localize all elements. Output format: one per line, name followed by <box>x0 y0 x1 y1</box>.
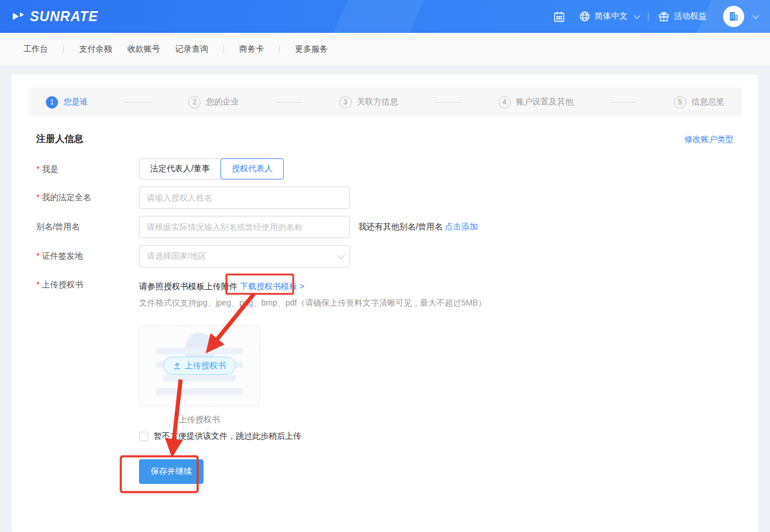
page: SUNRATE 简体中文 <box>0 0 770 532</box>
app-header: SUNRATE 简体中文 <box>0 0 770 33</box>
triangle-icon <box>13 13 19 20</box>
field-label-text: 我的法定全名 <box>42 192 91 202</box>
nav-item-records[interactable]: 记录查询 <box>175 44 208 55</box>
step-connector <box>610 102 637 103</box>
step-number: 2 <box>188 96 201 109</box>
step-4-account-settings[interactable]: 4 账户设置及其他 <box>498 96 574 109</box>
required-mark: * <box>36 280 39 289</box>
field-label-issuing-place: *证件签发地 <box>28 245 139 267</box>
nav-item-payment-balance[interactable]: 支付余额 <box>79 44 112 55</box>
upload-dropzone[interactable]: 上传授权书 <box>139 325 260 406</box>
header-decor-stripe <box>330 0 427 33</box>
step-connector <box>125 102 152 103</box>
upload-authorization-button[interactable]: 上传授权书 <box>163 357 236 375</box>
avatar[interactable] <box>723 6 744 27</box>
doc-line <box>163 375 236 381</box>
field-label-text: 证件签发地 <box>42 251 83 260</box>
upload-button-label: 上传授权书 <box>185 361 226 371</box>
required-mark: * <box>36 251 39 260</box>
skip-upload-checkbox[interactable] <box>139 432 148 441</box>
alias-control: 我还有其他别名/曾用名 点击添加 <box>139 216 478 238</box>
form-row-alias: 别名/曾用名 我还有其他别名/曾用名 点击添加 <box>28 216 742 238</box>
chevron-down-icon <box>337 252 345 259</box>
form-row-issuing-place: *证件签发地 请选择国家/地区 <box>28 245 742 267</box>
step-label: 您的企业 <box>206 97 239 107</box>
form-header: 注册人信息 修改账户类型 <box>28 133 742 145</box>
step-label: 账户设置及其他 <box>516 97 574 107</box>
skip-upload-label: 暂不方便提供该文件，跳过此步稍后上传 <box>154 431 301 442</box>
step-label: 信息总览 <box>691 97 724 107</box>
upload-instruction-text: 请参照授权书模板上传附件 <box>139 282 240 291</box>
doc-line <box>156 388 243 395</box>
nav-item-workbench[interactable]: 工作台 <box>23 44 48 55</box>
step-connector <box>276 102 303 103</box>
field-label-upload: *上传授权书 <box>28 279 139 484</box>
required-mark: * <box>36 164 39 174</box>
sunrate-logo[interactable]: SUNRATE <box>13 9 98 25</box>
step-3-related-parties[interactable]: 3 关联方信息 <box>340 96 398 109</box>
step-5-summary[interactable]: 5 信息总览 <box>674 96 724 109</box>
form-row-who: *我是 法定代表人/董事 授权代表人 <box>28 158 742 179</box>
field-label-text: 上传授权书 <box>42 280 83 289</box>
role-option-authorized-rep[interactable]: 授权代表人 <box>221 158 284 179</box>
triangle-icon <box>20 12 24 17</box>
download-template-link[interactable]: 下载授权书模板 > <box>240 282 304 291</box>
main-content: 1 您是谁 2 您的企业 3 关联方信息 4 账户设置及其他 <box>0 66 770 532</box>
nav-divider <box>223 46 224 53</box>
logo-arrows-icon <box>13 13 24 20</box>
calendar-button[interactable] <box>553 11 565 23</box>
nav-divider <box>279 46 280 53</box>
step-1-who-are-you[interactable]: 1 您是谁 <box>46 96 88 109</box>
role-option-legal-rep[interactable]: 法定代表人/董事 <box>139 158 221 179</box>
upload-icon <box>173 362 181 370</box>
upload-instruction: 请参照授权书模板上传附件 下载授权书模板 > <box>139 279 486 293</box>
nav-item-receiving-account[interactable]: 收款账号 <box>127 44 160 55</box>
step-number: 1 <box>46 96 58 109</box>
nav-item-business-card[interactable]: 商务卡 <box>239 44 264 55</box>
step-number: 4 <box>498 96 511 109</box>
change-account-type-link[interactable]: 修改账户类型 <box>684 134 734 145</box>
field-label-alias: 别名/曾用名 <box>28 216 139 238</box>
field-label-text: 别名/曾用名 <box>36 222 80 231</box>
legal-name-control <box>139 187 350 209</box>
header-divider <box>648 12 649 21</box>
chevron-down-icon <box>634 12 640 19</box>
country-select-placeholder: 请选择国家/地区 <box>147 251 206 262</box>
step-2-your-company[interactable]: 2 您的企业 <box>188 96 239 109</box>
form-row-legal-name: *我的法定全名 <box>28 187 742 209</box>
alias-side-text: 我还有其他别名/曾用名 <box>358 222 443 231</box>
header-divider <box>572 12 572 21</box>
alias-input[interactable] <box>139 216 350 238</box>
doc-line <box>156 348 243 354</box>
field-label-text: 我是 <box>42 164 58 174</box>
nav-item-more-services[interactable]: 更多服务 <box>295 44 328 55</box>
registration-card: 1 您是谁 2 您的企业 3 关联方信息 4 账户设置及其他 <box>12 74 758 532</box>
upload-caption: 上传授权书 <box>139 415 260 425</box>
gift-icon <box>658 11 670 22</box>
page-title: 注册人信息 <box>36 133 83 145</box>
field-label-who: *我是 <box>28 158 139 179</box>
step-label: 您是谁 <box>63 97 88 107</box>
main-navbar: 工作台 支付余额 收款账号 记录查询 商务卡 更多服务 <box>0 33 770 66</box>
field-label-legal-name: *我的法定全名 <box>28 187 139 209</box>
legal-name-input[interactable] <box>139 187 350 209</box>
stepper: 1 您是谁 2 您的企业 3 关联方信息 4 账户设置及其他 <box>28 87 742 117</box>
logo-text: SUNRATE <box>30 9 98 25</box>
company-building-icon <box>727 10 740 23</box>
language-selector[interactable]: 简体中文 <box>579 11 639 22</box>
skip-upload-row: 暂不方便提供该文件，跳过此步稍后上传 <box>139 431 486 442</box>
country-select[interactable]: 请选择国家/地区 <box>139 245 350 267</box>
header-actions: 简体中文 活动权益 <box>553 6 757 27</box>
globe-icon <box>579 11 591 22</box>
step-label: 关联方信息 <box>357 97 398 107</box>
registrant-form: *我是 法定代表人/董事 授权代表人 *我的法定全名 <box>28 158 742 484</box>
benefits-button[interactable]: 活动权益 <box>658 11 707 22</box>
upload-format-hint: 文件格式仅支持jpg、jpeg、png、bmp、pdf（请确保上传资料文字清晰可… <box>139 296 486 309</box>
issuing-place-control: 请选择国家/地区 <box>139 245 350 267</box>
role-toggle-group: 法定代表人/董事 授权代表人 <box>139 158 284 179</box>
who-control: 法定代表人/董事 授权代表人 <box>139 158 284 179</box>
step-number: 3 <box>340 96 352 109</box>
form-row-upload: *上传授权书 请参照授权书模板上传附件 下载授权书模板 > 文件格式仅支持jpg… <box>28 279 742 484</box>
save-and-continue-button[interactable]: 保存并继续 <box>139 459 203 484</box>
add-alias-link[interactable]: 点击添加 <box>445 222 478 231</box>
